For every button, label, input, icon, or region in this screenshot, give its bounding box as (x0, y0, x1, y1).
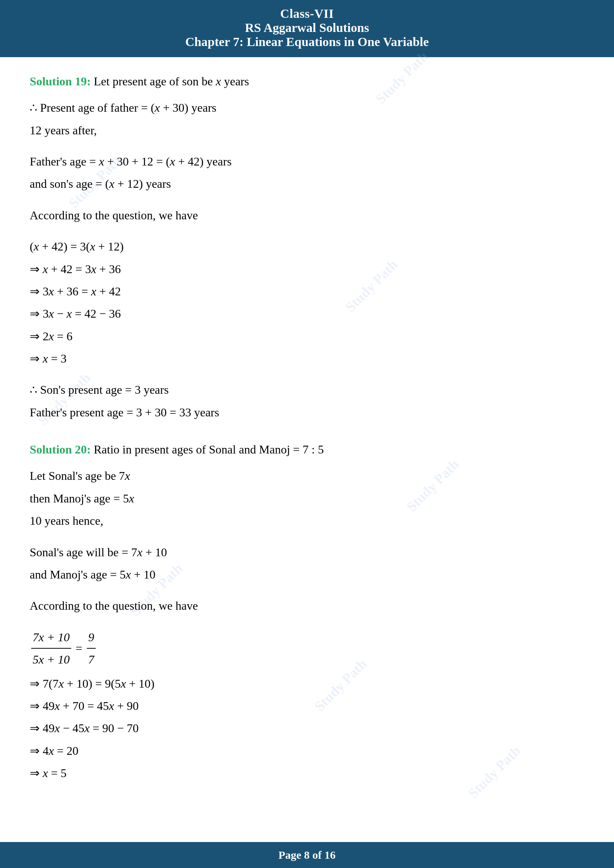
sol20-line1: Let Sonal's age be 7x (30, 466, 584, 486)
sol20-frac-num: 7x + 10 (31, 627, 71, 649)
sol20-line3: 10 years hence, (30, 511, 584, 531)
header-class: Class-VII (8, 7, 606, 21)
sol20-eq5: ⇒ x = 5 (30, 763, 584, 783)
header-book: RS Aggarwal Solutions (8, 21, 606, 35)
sol19-line3: Father's age = x + 30 + 12 = (x + 42) ye… (30, 151, 584, 172)
sol20-fraction-right: 9 7 (87, 627, 96, 670)
page-header: Class-VII RS Aggarwal Solutions Chapter … (0, 0, 614, 57)
sol19-eq3: ⇒ 3x + 36 = x + 42 (30, 281, 584, 301)
main-content: Solution 19: Let present age of son be x… (0, 57, 614, 838)
sol20-eq4: ⇒ 4x = 20 (30, 741, 584, 761)
sol19-line2: 12 years after, (30, 120, 584, 140)
sol20-line2: then Manoj's age = 5x (30, 488, 584, 508)
solution-20-intro: Ratio in present ages of Sonal and Manoj… (91, 443, 324, 456)
sol19-eq1: (x + 42) = 3(x + 12) (30, 236, 584, 256)
solution-20-label: Solution 20: (30, 443, 91, 456)
sol20-eq3: ⇒ 49x − 45x = 90 − 70 (30, 718, 584, 738)
sol20-frac-den: 5x + 10 (31, 649, 71, 670)
solution-19-title: Solution 19: Let present age of son be x… (30, 72, 584, 91)
sol20-frac-rhs-den: 7 (87, 649, 96, 670)
page-footer: Page 8 of 16 (0, 842, 614, 868)
sol19-concl1: ∴ Son's present age = 3 years (30, 380, 584, 400)
sol19-eq6: ⇒ x = 3 (30, 349, 584, 369)
solution-20-block: Solution 20: Ratio in present ages of So… (30, 440, 584, 783)
sol20-frac-equals: = (76, 638, 82, 658)
header-chapter: Chapter 7: Linear Equations in One Varia… (8, 35, 606, 49)
solution-19-intro: Let present age of son be x years (91, 74, 249, 88)
sol20-line5: and Manoj's age = 5x + 10 (30, 564, 584, 584)
page-number: Page 8 of 16 (278, 849, 336, 861)
sol19-line4: and son's age = (x + 12) years (30, 174, 584, 194)
sol20-line4: Sonal's age will be = 7x + 10 (30, 542, 584, 562)
sol19-eq5: ⇒ 2x = 6 (30, 326, 584, 346)
sol19-eq4: ⇒ 3x − x = 42 − 36 (30, 304, 584, 324)
sol19-line5: According to the question, we have (30, 205, 584, 225)
sol20-frac-rhs-num: 9 (87, 627, 96, 649)
sol20-eq1: ⇒ 7(7x + 10) = 9(5x + 10) (30, 674, 584, 694)
solution-19-label: Solution 19: (30, 74, 91, 88)
solution-19-block: Solution 19: Let present age of son be x… (30, 72, 584, 422)
sol20-line6: According to the question, we have (30, 595, 584, 616)
sol20-fraction-eq: 7x + 10 5x + 10 = 9 7 (30, 627, 584, 670)
sol19-line1: ∴ Present age of father = (x + 30) years (30, 98, 584, 118)
sol19-concl2: Father's present age = 3 + 30 = 33 years (30, 402, 584, 422)
sol20-fraction-left: 7x + 10 5x + 10 (31, 627, 71, 670)
sol19-eq2: ⇒ x + 42 = 3x + 36 (30, 259, 584, 279)
sol20-eq2: ⇒ 49x + 70 = 45x + 90 (30, 696, 584, 716)
solution-20-title: Solution 20: Ratio in present ages of So… (30, 440, 584, 459)
